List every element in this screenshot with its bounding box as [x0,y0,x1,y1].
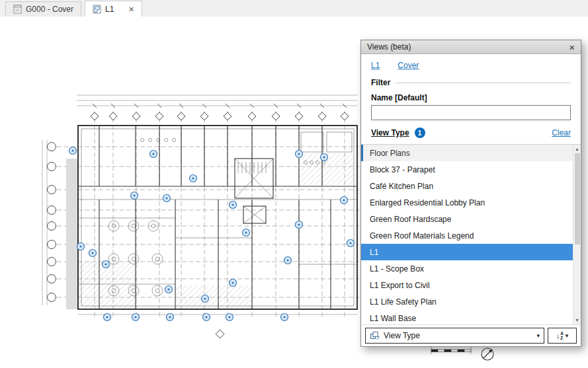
scroll-down-icon[interactable]: ▼ [573,316,581,324]
quick-link-cover[interactable]: Cover [398,61,419,70]
list-item[interactable]: Green Roof Materials Legend [361,227,581,244]
panel-body: L1 Cover Filter Name [Default] View Type… [361,54,581,346]
sheet-icon [13,5,22,14]
shaded-areas [66,153,354,309]
views-list: Floor Plans Block 37 - ParapetCafé Kitch… [361,144,581,324]
quick-links: L1 Cover [361,54,581,76]
divider [396,83,571,83]
panel-footer: View Type ▾ ↓ AZ ▾ [361,324,581,346]
view-type-filter-row: View Type 1 Clear [361,120,581,144]
quick-link-l1[interactable]: L1 [371,61,380,70]
list-item[interactable]: L1 - Scope Box [361,260,581,277]
clear-filter-link[interactable]: Clear [552,128,571,137]
list-item[interactable]: L1 Life Safety Plan [361,293,581,310]
scroll-up-icon[interactable]: ▲ [573,145,581,153]
filter-label: Filter [371,78,390,87]
tab-l1[interactable]: L1 × [85,1,142,17]
panel-title: Views (beta) [367,42,411,52]
sort-az-icon: ↓ AZ [556,331,564,340]
graphic-scale-bar [431,346,471,354]
view-tab-bar: G000 - Cover L1 × [0,0,588,17]
name-filter-input[interactable] [371,105,571,120]
scrollbar[interactable]: ▲ ▼ [573,145,581,324]
tab-label: G000 - Cover [26,5,73,14]
chevron-down-icon: ▾ [566,332,569,339]
filter-section-header: Filter [361,76,581,89]
list-item[interactable]: Enlarged Residential Lobby Plan [361,194,581,211]
list-item[interactable]: L1 Export to Civil [361,277,581,293]
close-panel-icon[interactable]: × [569,42,575,52]
tab-label: L1 [105,5,114,14]
list-item[interactable]: L1 Wall Base [361,310,581,324]
sort-button[interactable]: ↓ AZ ▾ [548,328,577,344]
sort-letter-a: A [560,331,564,336]
list-item[interactable]: Green Roof Hardscape [361,211,581,227]
group-by-dropdown[interactable]: View Type ▾ [365,328,544,344]
list-item[interactable]: L1 [361,244,581,260]
tab-g000-cover[interactable]: G000 - Cover [5,1,81,17]
name-filter-label: Name [Default] [361,89,581,105]
group-header-floor-plans[interactable]: Floor Plans [361,145,581,161]
filter-count-badge: 1 [415,128,425,138]
view-type-icon [370,331,380,340]
view-type-filter-link[interactable]: View Type [371,128,409,137]
views-beta-panel: Views (beta) × L1 Cover Filter Name [Def… [360,40,581,347]
scrollbar-thumb[interactable] [575,153,580,244]
list-item[interactable]: Café Kitchen Plan [361,178,581,194]
list-item[interactable]: Block 37 - Parapet [361,161,581,178]
north-arrow [482,348,493,360]
panel-title-bar[interactable]: Views (beta) × [361,40,581,54]
close-tab-icon[interactable]: × [128,5,134,14]
plan-icon [93,5,101,14]
group-by-value: View Type [384,331,420,340]
views-list-rows: Block 37 - ParapetCafé Kitchen PlanEnlar… [361,161,581,324]
sort-arrow: ↓ [556,332,560,340]
chevron-down-icon: ▾ [536,332,540,339]
sort-letter-z: Z [560,336,564,340]
